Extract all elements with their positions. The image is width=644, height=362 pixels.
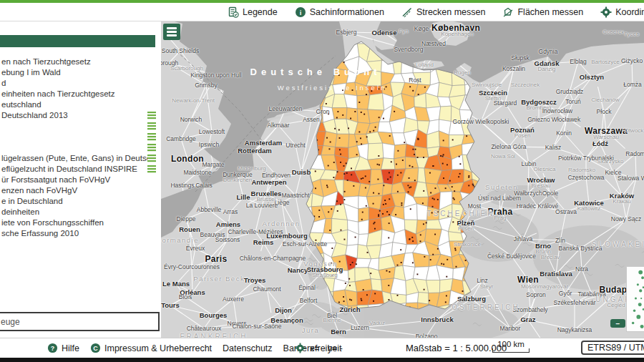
- layer-item-label: d: [1, 79, 157, 87]
- crosshair-icon: [295, 343, 306, 353]
- base-map: [161, 21, 644, 338]
- layer-item[interactable]: einheiten nach Tierzuchtgesetz: [0, 88, 161, 99]
- layer-menu-icon[interactable]: [147, 111, 157, 119]
- layer-item[interactable]: eutschland: [0, 99, 161, 109]
- layer-item-label: enzen nach FoVHgV: [1, 186, 157, 195]
- layer-item[interactable]: deinheiten: [0, 206, 161, 217]
- status-link-label: Impressum & Urheberrecht: [104, 343, 212, 353]
- layer-item[interactable]: [0, 142, 161, 152]
- layer-item-label: eflügelzucht in Deutschland INSPIRE: [1, 165, 147, 173]
- layer-item[interactable]: lügelrassen (Pute, Ente, Gans) in Deutsc…: [0, 152, 161, 163]
- layer-item[interactable]: en nach Tierzuchtgesetz: [0, 56, 161, 67]
- layer-item[interactable]: ür Forstsaatgut nach FoVHgV: [0, 174, 161, 185]
- measure-area-icon: [502, 6, 514, 18]
- layer-panel: en nach Tierzuchtgesetzebung I im Waldde…: [0, 21, 161, 338]
- layer-item[interactable]: ebung I im Wald: [0, 67, 161, 77]
- layer-item-label: ebung I im Wald: [1, 68, 157, 77]
- layer-item[interactable]: e in Deutschland: [0, 195, 161, 206]
- toolbar-item-legende[interactable]: Legende: [228, 6, 278, 18]
- layer-menu-icon[interactable]: [147, 122, 157, 130]
- layer-menu-icon[interactable]: [147, 154, 157, 162]
- layer-item[interactable]: sche Erfassung 2010: [0, 228, 161, 238]
- bottom-strip: [0, 358, 644, 362]
- toolbar-item-label: Flächen messen: [517, 7, 583, 17]
- legend-icon: [228, 6, 239, 18]
- layer-item-label: sche Erfassung 2010: [1, 229, 157, 238]
- svg-text:?: ?: [51, 345, 54, 352]
- toolbar-item-label: Strecken messen: [416, 7, 486, 17]
- toolbar-item-strecken-messen[interactable]: Strecken messen: [401, 6, 486, 18]
- layer-panel-header: [0, 35, 155, 47]
- layer-menu-icon[interactable]: [147, 143, 157, 152]
- toolbar-item-sachinformationen[interactable]: iSachinformationen: [295, 6, 384, 18]
- help-icon: ?: [47, 343, 58, 353]
- coordinates-icon: [600, 6, 612, 18]
- copyright-icon: C: [90, 343, 101, 353]
- toolbar-item-label: Sachinformationen: [310, 7, 384, 17]
- layer-item-label: ür Forstsaatgut nach FoVHgV: [1, 175, 157, 184]
- status-link-label: Hilfe: [62, 343, 79, 353]
- layer-item-label: iete von Forschungsschiffen: [1, 218, 157, 227]
- coordinate-readout: x= - y= -: [295, 338, 343, 358]
- overview-map-graphic: [627, 267, 644, 331]
- status-link-impressum-urheberrecht[interactable]: CImpressum & Urheberrecht: [90, 343, 212, 353]
- scale-bar: 100 km: [492, 340, 530, 353]
- toolbar-item-koordinatenwerkzeuge[interactable]: Koordinatenwerkzeuge: [600, 6, 644, 18]
- scale-bar-label: 100 km: [492, 340, 530, 348]
- layer-item[interactable]: eflügelzucht in Deutschland INSPIRE: [0, 163, 161, 174]
- geoportal-window: LegendeiSachinformationenStrecken messen…: [0, 0, 644, 362]
- layer-item[interactable]: [0, 131, 161, 142]
- measure-line-icon: [401, 6, 413, 18]
- status-link-hilfe[interactable]: ?Hilfe: [47, 343, 79, 353]
- layer-item-label: e in Deutschland: [1, 197, 157, 205]
- layer-menu-icon[interactable]: [147, 165, 157, 173]
- layer-list: en nach Tierzuchtgesetzebung I im Waldde…: [0, 56, 161, 238]
- coordinates-value: x= - y= -: [310, 343, 343, 353]
- info-icon: i: [295, 6, 306, 18]
- layer-item-label: deinheiten: [1, 207, 157, 216]
- overview-collapse-button[interactable]: −: [610, 319, 625, 328]
- layer-item-label: en nach Tierzuchtgesetz: [1, 57, 157, 66]
- scale-bar-bracket: [492, 348, 530, 353]
- crosshair-icon: [295, 343, 306, 353]
- toolbar-item-fl-chen-messen[interactable]: Flächen messen: [502, 6, 583, 18]
- main-area: en nach Tierzuchtgesetzebung I im Waldde…: [0, 21, 644, 338]
- layer-menu-icon[interactable]: [147, 132, 157, 141]
- overview-map[interactable]: [626, 266, 644, 332]
- svg-text:C: C: [93, 345, 98, 352]
- layer-item-label: einheiten nach Tierzuchtgesetz: [1, 89, 157, 98]
- tools-input[interactable]: [0, 312, 160, 331]
- layer-item[interactable]: Deutschland 2013: [0, 109, 161, 120]
- layer-item[interactable]: enzen nach FoVHgV: [0, 185, 161, 195]
- layer-item[interactable]: [0, 120, 161, 131]
- svg-text:i: i: [299, 8, 301, 16]
- status-link-datenschutz[interactable]: Datenschutz: [223, 343, 272, 353]
- toolbar-item-label: Legende: [243, 7, 278, 17]
- map-canvas[interactable]: South ShieldsbroughScarboroughKingston u…: [161, 21, 644, 338]
- toolbar-item-label: Koordinatenwerkzeuge: [615, 7, 644, 17]
- crs-select[interactable]: ETRS89 / UTM zone: [581, 341, 644, 355]
- layer-item-label: lügelrassen (Pute, Ente, Gans) in Deutsc…: [1, 154, 147, 162]
- status-link-label: Datenschutz: [223, 343, 272, 353]
- sidebar-toggle-button[interactable]: [163, 24, 180, 40]
- layer-item-label: Deutschland 2013: [1, 111, 147, 119]
- main-toolbar: LegendeiSachinformationenStrecken messen…: [0, 3, 644, 21]
- status-bar: ?HilfeCImpressum & UrheberrechtDatenschu…: [0, 338, 644, 358]
- layer-item[interactable]: iete von Forschungsschiffen: [0, 217, 161, 228]
- menu-icon: [167, 27, 177, 29]
- layer-item[interactable]: d: [0, 77, 161, 88]
- layer-item-label: eutschland: [1, 100, 157, 109]
